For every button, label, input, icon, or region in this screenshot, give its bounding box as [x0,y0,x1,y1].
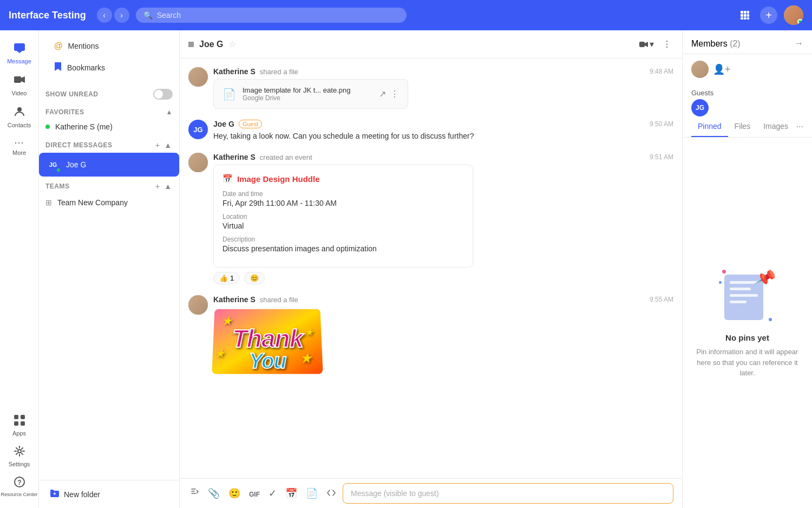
search-icon: 🔍 [143,11,153,19]
event-date-value: Fri, Apr 29th 11:00 AM - 11:30 AM [222,199,464,207]
pin-illustration: 📌 [718,267,777,327]
sender-name-3: Katherine S [213,153,256,161]
document-button[interactable]: 📄 [304,485,320,502]
sidebar-item-more[interactable]: ··· More [0,133,38,160]
mentions-label: Mentions [68,42,99,50]
svg-rect-7 [744,17,746,19]
svg-marker-22 [645,42,648,47]
pin-doc-line-4 [730,301,746,303]
topbar-right: + [736,5,803,25]
sidebar-item-apps[interactable]: Apps [0,410,38,441]
settings-icon [14,445,25,460]
svg-rect-2 [747,11,749,14]
smile-reaction[interactable]: 😊 [244,272,265,284]
file-name-1: Image template for JK t... eate.png [243,86,372,94]
emoji-button[interactable]: 🙂 [226,485,243,502]
sidebar-item-contacts[interactable]: Contacts [0,101,38,133]
search-input[interactable] [157,11,399,19]
direct-messages-label: DIRECT MESSAGES [45,141,113,149]
add-dm-button[interactable]: + [154,140,161,151]
app-title: Interface Testing [9,10,86,21]
code-button[interactable] [324,486,338,502]
joe-g-dm-item[interactable]: JG Joe G [39,153,179,177]
bookmarks-item[interactable]: Bookmarks [48,57,171,78]
sidebar-item-resource-center[interactable]: ? Resource Center [0,472,38,502]
direct-messages-section-header[interactable]: DIRECT MESSAGES + ▲ [39,135,179,153]
chat-input[interactable] [343,483,673,504]
close-panel-button[interactable]: → [794,38,803,49]
video-call-button[interactable]: ▾ [637,37,656,51]
members-title: Members (2) [691,39,741,49]
online-indicator [797,19,803,24]
external-link-icon[interactable]: ↗ [379,89,386,99]
format-button[interactable] [188,486,201,502]
attachment-button[interactable]: 📎 [206,485,222,502]
search-bar[interactable]: 🔍 [136,8,407,23]
add-team-button[interactable]: + [154,181,161,192]
apps-icon [14,414,25,429]
sidebar-item-settings[interactable]: Settings [0,441,38,472]
favorites-section-header[interactable]: FAVORITES ▲ [39,104,179,118]
teams-section-header[interactable]: TEAMS + ▲ [39,177,179,194]
tab-files[interactable]: Files [728,116,757,137]
svg-rect-4 [744,14,746,17]
joe-g-online-dot [56,168,61,172]
message-header-2: Joe G Guest 9:50 AM [213,120,673,128]
user-avatar[interactable] [784,5,803,25]
tab-pinned[interactable]: Pinned [691,116,728,137]
contacts-icon [13,105,26,121]
svg-rect-21 [639,42,645,47]
message-text-2: Hey, taking a look now. Can you schedule… [213,131,673,142]
panel-tabs-more-button[interactable]: ··· [796,122,803,132]
svg-rect-10 [14,76,21,83]
left-sidebar: Message Video Contacts ··· More Apps [0,30,39,508]
message-icon [13,41,26,57]
show-unread-toggle[interactable] [153,89,173,100]
bookmarks-icon [54,62,62,74]
teams-label: TEAMS [45,183,70,190]
sidebar-video-label: Video [12,90,27,96]
sidebar-message-label: Message [7,58,31,64]
grid-icon-button[interactable] [736,6,754,24]
collapse-teams-button[interactable]: ▲ [163,181,173,192]
new-folder-item[interactable]: + New folder [45,485,173,504]
chat-header: Joe G ☆ ▾ ⋮ [180,30,682,58]
svg-text:?: ? [17,479,21,486]
add-member-button[interactable]: 👤+ [713,63,731,75]
sidebar-item-video[interactable]: Video [0,69,38,101]
show-unread-section: SHOW UNREAD [39,84,179,104]
file-more-icon[interactable]: ⋮ [390,89,399,99]
forward-button[interactable]: › [114,8,129,23]
sidebar-item-message[interactable]: Message [0,37,38,69]
message-header-3: Katherine S created an event 9:51 AM [213,153,673,161]
team-new-company-item[interactable]: ⊞ Team New Company [39,194,179,211]
file-info-1: Image template for JK t... eate.png Goog… [243,86,372,102]
event-location-field: Location Virtual [222,213,464,230]
tab-images[interactable]: Images [757,116,795,137]
favorites-collapse-icon: ▲ [166,108,173,116]
calendar-icon: 📅 [222,174,233,184]
sidebar-bottom: + New folder [39,480,179,508]
gif-button[interactable]: GIF [247,486,262,502]
team-new-company-label: Team New Company [57,198,128,207]
thumbsup-reaction[interactable]: 👍 1 [213,272,240,284]
calendar-button[interactable]: 📅 [283,485,299,502]
message-header-1: Katherine S shared a file 9:48 AM [213,67,673,76]
new-folder-label: New folder [64,490,100,499]
chat-header-star-icon[interactable]: ☆ [228,39,236,49]
task-button[interactable]: ✓ [266,485,279,502]
more-options-button[interactable]: ⋮ [660,37,673,51]
no-pins-desc: Pin information and it will appear here … [693,347,801,379]
katherine-favorite-item[interactable]: Katherine S (me) [39,118,179,135]
svg-rect-8 [747,17,749,19]
svg-text:Thank: Thank [232,324,305,353]
back-button[interactable]: ‹ [97,8,112,23]
collapse-dm-button[interactable]: ▲ [163,140,173,151]
sidebar-more-label: More [12,149,26,156]
smile-emoji: 😊 [250,274,259,282]
message-action-1: shared a file [260,68,298,76]
add-button[interactable]: + [760,6,777,24]
sender-name-4: Katherine S [213,295,256,304]
mentions-item[interactable]: @ Mentions [48,37,171,55]
pin-doc-line-3 [730,294,758,297]
